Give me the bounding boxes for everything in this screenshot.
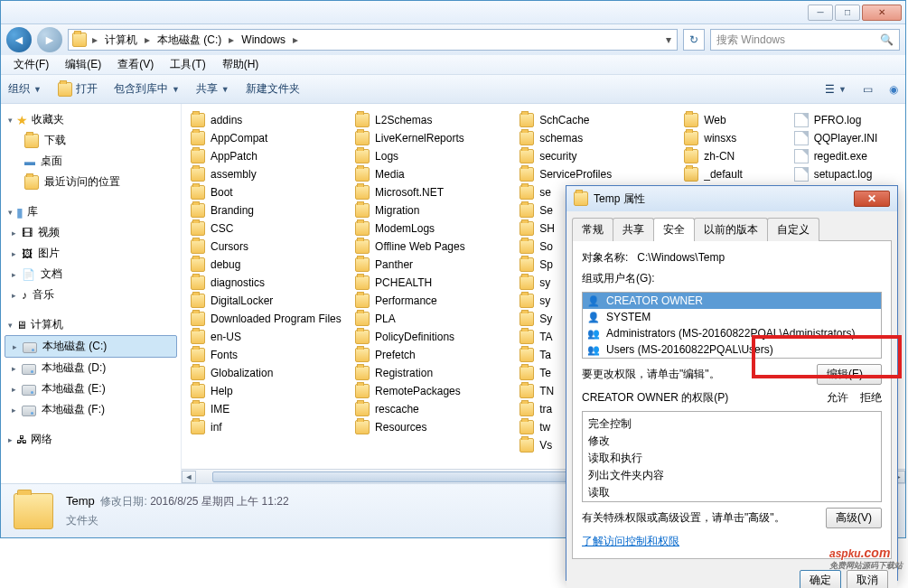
list-item[interactable]: Cursors	[187, 238, 351, 256]
tab-4[interactable]: 自定义	[767, 218, 819, 241]
user-row[interactable]: 👥Users (MS-20160822PQAL\Users)	[583, 341, 881, 358]
list-item[interactable]: inf	[187, 418, 351, 436]
sidebar-item-pictures[interactable]: ▸🖼图片	[5, 243, 177, 264]
list-item[interactable]: security	[516, 147, 680, 165]
list-item[interactable]: Panther	[351, 256, 516, 274]
sidebar-item-downloads[interactable]: 下载	[5, 130, 177, 151]
breadcrumb-seg[interactable]: 本地磁盘 (C:)	[155, 33, 223, 48]
list-item[interactable]: PCHEALTH	[351, 274, 516, 292]
list-item[interactable]: _default	[680, 165, 790, 183]
help-button[interactable]: ◉	[889, 83, 898, 96]
dialog-close-button[interactable]: ✕	[854, 191, 890, 207]
list-item[interactable]: PFRO.log	[791, 111, 900, 129]
sidebar-item-desktop[interactable]: ▬桌面	[5, 151, 177, 172]
edit-button[interactable]: 编辑(E)...	[817, 364, 882, 385]
list-item[interactable]: addins	[187, 111, 351, 129]
sidebar-libraries[interactable]: ▾▮库	[5, 201, 177, 222]
sidebar-item-documents[interactable]: ▸📄文档	[5, 264, 177, 285]
list-item[interactable]: QQPlayer.INI	[791, 129, 900, 147]
menu-file[interactable]: 文件(F)	[6, 55, 56, 74]
list-item[interactable]: Downloaded Program Files	[187, 310, 351, 328]
address-bar[interactable]: ▸ 计算机 ▸ 本地磁盘 (C:) ▸ Windows ▸ ▾	[68, 29, 678, 51]
list-item[interactable]: Logs	[351, 147, 516, 165]
list-item[interactable]: Microsoft.NET	[351, 183, 516, 201]
list-item[interactable]: regedit.exe	[791, 147, 900, 165]
sidebar-computer[interactable]: ▾🖥计算机	[5, 314, 177, 335]
list-item[interactable]: rescache	[351, 400, 516, 418]
menu-help[interactable]: 帮助(H)	[215, 55, 267, 74]
list-item[interactable]: CSC	[187, 219, 351, 238]
list-item[interactable]: Resources	[351, 418, 516, 436]
list-item[interactable]: LiveKernelReports	[351, 129, 516, 147]
tab-1[interactable]: 共享	[613, 218, 654, 241]
list-item[interactable]: assembly	[187, 165, 351, 183]
search-input[interactable]: 搜索 Windows 🔍	[710, 29, 900, 51]
scroll-left-button[interactable]: ◄	[182, 471, 196, 483]
menu-view[interactable]: 查看(V)	[110, 55, 161, 74]
list-item[interactable]: IME	[187, 400, 351, 418]
newfolder-button[interactable]: 新建文件夹	[246, 81, 300, 97]
chevron-down-icon[interactable]: ▾	[664, 33, 673, 46]
list-item[interactable]: DigitalLocker	[187, 292, 351, 310]
close-button[interactable]: ✕	[862, 5, 902, 21]
maximize-button[interactable]: □	[835, 5, 860, 21]
users-listbox[interactable]: 👤CREATOR OWNER👤SYSTEM👥Administrators (MS…	[582, 292, 882, 359]
sidebar-network[interactable]: ▸🖧网络	[5, 429, 177, 450]
include-button[interactable]: 包含到库中▼	[114, 81, 180, 97]
list-item[interactable]: zh-CN	[680, 147, 790, 165]
list-item[interactable]: ServiceProfiles	[516, 165, 680, 183]
sidebar-item-videos[interactable]: ▸🎞视频	[5, 222, 177, 243]
list-item[interactable]: Help	[187, 382, 351, 400]
dialog-titlebar[interactable]: Temp 属性 ✕	[566, 186, 897, 211]
menu-edit[interactable]: 编辑(E)	[58, 55, 108, 74]
list-item[interactable]: L2Schemas	[351, 111, 516, 129]
sidebar-favorites[interactable]: ▾★收藏夹	[5, 109, 177, 130]
chevron-right-icon[interactable]: ▸	[90, 33, 99, 46]
view-button[interactable]: ☰▼	[825, 83, 847, 96]
advanced-button[interactable]: 高级(V)	[826, 508, 882, 528]
list-item[interactable]: Offline Web Pages	[351, 238, 516, 256]
list-item[interactable]: Fonts	[187, 346, 351, 364]
refresh-button[interactable]: ↻	[683, 29, 705, 51]
tab-2[interactable]: 安全	[653, 218, 695, 241]
list-item[interactable]: Boot	[187, 183, 351, 201]
user-row[interactable]: 👤SYSTEM	[583, 309, 881, 325]
list-item[interactable]: RemotePackages	[351, 382, 516, 400]
tab-0[interactable]: 常规	[572, 218, 613, 241]
learn-link[interactable]: 了解访问控制和权限	[582, 535, 679, 547]
list-item[interactable]: Web	[680, 111, 790, 129]
sidebar-item-drive-e[interactable]: ▸本地磁盘 (E:)	[5, 378, 177, 399]
list-item[interactable]: Media	[351, 165, 516, 183]
forward-button[interactable]: ►	[37, 27, 62, 52]
minimize-button[interactable]: ─	[808, 5, 833, 21]
sidebar-item-drive-f[interactable]: ▸本地磁盘 (F:)	[5, 399, 177, 420]
organize-button[interactable]: 组织▼	[8, 81, 42, 97]
list-item[interactable]: Registration	[351, 364, 516, 382]
chevron-right-icon[interactable]: ▸	[291, 33, 300, 46]
ok-button[interactable]: 确定	[800, 570, 841, 588]
user-row[interactable]: 👥Administrators (MS-20160822PQAL\Adminis…	[583, 325, 881, 341]
preview-button[interactable]: ▭	[863, 83, 873, 96]
user-row[interactable]: 👤CREATOR OWNER	[583, 293, 881, 309]
menu-tools[interactable]: 工具(T)	[163, 55, 212, 74]
list-item[interactable]: winsxs	[680, 129, 790, 147]
breadcrumb-seg[interactable]: Windows	[239, 33, 287, 46]
list-item[interactable]: Branding	[187, 201, 351, 219]
list-item[interactable]: Prefetch	[351, 346, 516, 364]
permissions-list[interactable]: 完全控制修改读取和执行列出文件夹内容读取写入	[582, 411, 882, 502]
sidebar-item-drive-c[interactable]: ▸本地磁盘 (C:)	[5, 335, 177, 358]
list-item[interactable]: AppCompat	[187, 129, 351, 147]
sidebar-item-drive-d[interactable]: ▸本地磁盘 (D:)	[5, 358, 177, 378]
open-button[interactable]: 打开	[58, 81, 98, 97]
list-item[interactable]: setupact.log	[791, 165, 900, 183]
list-item[interactable]: diagnostics	[187, 274, 351, 292]
list-item[interactable]: Migration	[351, 201, 516, 219]
tab-3[interactable]: 以前的版本	[694, 218, 768, 241]
sidebar-item-recent[interactable]: 最近访问的位置	[5, 172, 177, 192]
list-item[interactable]: PolicyDefinitions	[351, 328, 516, 346]
list-item[interactable]: SchCache	[516, 111, 680, 129]
list-item[interactable]: Performance	[351, 292, 516, 310]
share-button[interactable]: 共享▼	[196, 81, 229, 97]
list-item[interactable]: ModemLogs	[351, 219, 516, 238]
list-item[interactable]: en-US	[187, 328, 351, 346]
